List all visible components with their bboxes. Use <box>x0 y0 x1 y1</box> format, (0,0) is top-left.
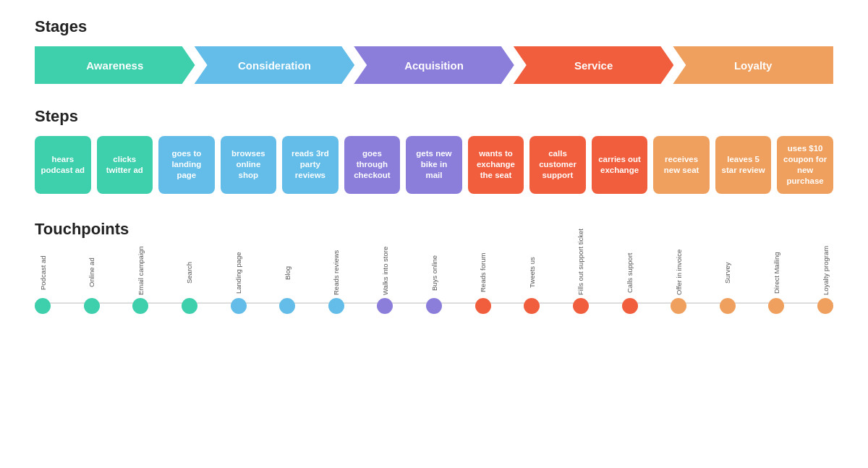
tp-label-6: Reads reviews <box>332 250 340 295</box>
tp-label-4: Landing page <box>234 250 242 295</box>
tp-label-3: Search <box>185 250 193 295</box>
tp-dot-4 <box>231 298 247 314</box>
stage-loyalty: Loyalty <box>673 46 833 84</box>
tp-dot-10 <box>524 298 540 314</box>
step-card-3: browses online shop <box>221 136 277 194</box>
step-card-2: goes to landing page <box>158 136 215 194</box>
tp-dot-7 <box>377 298 393 314</box>
tp-label-8: Buys online <box>430 250 438 295</box>
step-card-8: calls customer support <box>529 136 586 194</box>
tp-item-10: Tweets us <box>524 250 540 314</box>
tp-dot-16 <box>817 298 833 314</box>
step-card-10: receives new seat <box>653 136 710 194</box>
stages-title: Stages <box>35 17 833 36</box>
tp-label-7: Walks into store <box>381 250 389 295</box>
stage-awareness: Awareness <box>35 46 195 84</box>
tp-dot-8 <box>426 298 442 314</box>
tp-dot-14 <box>720 298 736 314</box>
step-card-0: hears podcast ad <box>35 136 91 194</box>
touchpoints-dots-row: Podcast adOnline adEmail campaignSearchL… <box>35 250 833 314</box>
tp-item-6: Reads reviews <box>328 250 344 314</box>
step-card-7: wants to exchange the seat <box>468 136 524 194</box>
tp-item-13: Offer in invoice <box>671 250 686 314</box>
tp-item-14: Survey <box>720 250 736 314</box>
touchpoints-section: Touchpoints Podcast adOnline adEmail cam… <box>35 220 833 314</box>
tp-item-4: Landing page <box>231 250 247 314</box>
step-card-9: carries out exchange <box>592 136 648 194</box>
tp-item-0: Podcast ad <box>35 250 51 314</box>
tp-dot-9 <box>475 298 491 314</box>
tp-label-12: Calls support <box>626 250 634 295</box>
touchpoints-title: Touchpoints <box>35 220 833 239</box>
tp-item-9: Reads forum <box>475 250 491 314</box>
tp-item-8: Buys online <box>426 250 442 314</box>
tp-label-11: Fills out support ticket <box>576 250 584 295</box>
tp-item-7: Walks into store <box>377 250 393 314</box>
tp-dot-2 <box>132 298 148 314</box>
step-card-11: leaves 5 star review <box>715 136 772 194</box>
steps-container: hears podcast adclicks twitter adgoes to… <box>35 136 833 194</box>
tp-dot-11 <box>573 298 589 314</box>
step-card-1: clicks twitter ad <box>97 136 153 194</box>
tp-item-15: Direct Mailing <box>768 250 784 314</box>
tp-dot-12 <box>622 298 638 314</box>
stage-acquisition: Acquisition <box>354 46 514 84</box>
tp-label-16: Loyalty program <box>822 250 830 295</box>
tp-dot-1 <box>84 298 100 314</box>
tp-item-5: Blog <box>279 250 295 314</box>
tp-dot-15 <box>768 298 784 314</box>
stages-container: AwarenessConsiderationAcquisitionService… <box>35 46 833 84</box>
stage-consideration: Consideration <box>195 46 355 84</box>
tp-label-15: Direct Mailing <box>773 250 780 295</box>
tp-label-1: Online ad <box>88 250 95 295</box>
step-card-6: gets new bike in mail <box>406 136 462 194</box>
tp-label-5: Blog <box>284 250 292 295</box>
stage-service: Service <box>514 46 674 84</box>
tp-dot-3 <box>182 298 197 314</box>
tp-item-11: Fills out support ticket <box>573 250 589 314</box>
step-card-12: uses $10 coupon for new purchase <box>777 136 833 194</box>
tp-label-10: Tweets us <box>528 250 536 295</box>
tp-dot-0 <box>35 298 51 314</box>
tp-item-12: Calls support <box>622 250 638 314</box>
tp-label-9: Reads forum <box>479 250 487 295</box>
tp-item-2: Email campaign <box>132 250 148 314</box>
tp-dot-5 <box>279 298 295 314</box>
tp-label-13: Offer in invoice <box>675 250 683 295</box>
touchpoints-line-container: Podcast adOnline adEmail campaignSearchL… <box>35 249 833 314</box>
tp-dot-13 <box>671 298 686 314</box>
tp-item-1: Online ad <box>84 250 100 314</box>
tp-label-0: Podcast ad <box>39 250 47 295</box>
step-card-5: goes through checkout <box>344 136 401 194</box>
tp-label-2: Email campaign <box>137 250 145 295</box>
tp-item-3: Search <box>182 250 197 314</box>
tp-item-16: Loyalty program <box>817 250 833 314</box>
steps-title: Steps <box>35 107 833 126</box>
step-card-4: reads 3rd party reviews <box>282 136 339 194</box>
tp-label-14: Survey <box>723 250 731 295</box>
tp-dot-6 <box>328 298 344 314</box>
